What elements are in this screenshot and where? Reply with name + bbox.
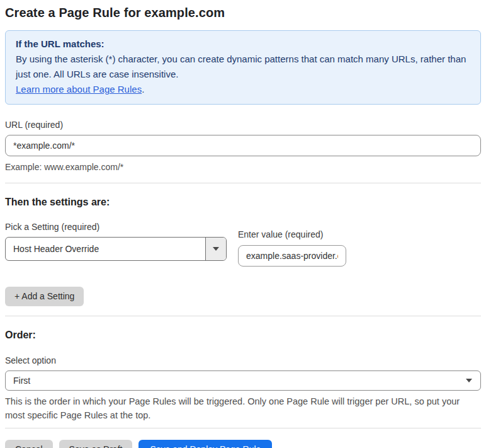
order-helper-text: This is the order in which your Page Rul… — [5, 394, 481, 422]
page-title: Create a Page Rule for example.com — [5, 5, 481, 20]
learn-more-link[interactable]: Learn more about Page Rules — [16, 84, 142, 95]
order-heading: Order: — [5, 330, 481, 341]
url-match-info-box: If the URL matches: By using the asteris… — [5, 30, 481, 105]
divider — [5, 183, 481, 183]
url-helper-text: Example: www.example.com/* — [5, 161, 481, 173]
order-select[interactable]: First — [5, 370, 481, 391]
divider — [5, 316, 481, 316]
cancel-button[interactable]: Cancel — [5, 440, 53, 448]
divider — [5, 428, 481, 428]
info-box-heading: If the URL matches: — [16, 37, 470, 52]
order-section: Order: Select option First This is the o… — [5, 330, 481, 422]
settings-heading: Then the settings are: — [5, 197, 481, 208]
add-setting-button[interactable]: + Add a Setting — [5, 287, 84, 306]
save-draft-button[interactable]: Save as Draft — [59, 440, 133, 448]
info-box-link-line: Learn more about Page Rules. — [16, 82, 470, 97]
value-label: Enter value (required) — [238, 229, 323, 239]
url-label: URL (required) — [5, 120, 63, 130]
order-select-dropdown-area[interactable] — [466, 379, 480, 382]
setting-select-value: Host Header Override — [6, 244, 205, 254]
chevron-down-icon — [466, 379, 472, 382]
save-deploy-button[interactable]: Save and Deploy Page Rule — [138, 440, 272, 448]
settings-section: Then the settings are: Pick a Setting (r… — [5, 197, 481, 306]
link-suffix: . — [142, 84, 144, 95]
setting-select-dropdown-button[interactable] — [205, 238, 226, 260]
settings-row: Pick a Setting (required) Host Header Ov… — [5, 221, 481, 267]
page-rule-form: Create a Page Rule for example.com If th… — [0, 0, 486, 448]
info-box-body: By using the asterisk (*) character, you… — [16, 52, 470, 82]
setting-select-label: Pick a Setting (required) — [5, 222, 99, 232]
chevron-down-icon — [213, 247, 219, 251]
setting-value-column: Enter value (required) — [238, 229, 346, 267]
footer-actions: Cancel Save as Draft Save and Deploy Pag… — [5, 440, 481, 448]
setting-value-input[interactable] — [238, 245, 346, 267]
order-select-value: First — [6, 376, 466, 386]
setting-select[interactable]: Host Header Override — [5, 237, 227, 261]
setting-picker-column: Pick a Setting (required) Host Header Ov… — [5, 221, 227, 267]
order-select-label: Select option — [5, 355, 481, 365]
url-input[interactable] — [5, 135, 481, 156]
url-section: URL (required) Example: www.example.com/… — [5, 119, 481, 173]
